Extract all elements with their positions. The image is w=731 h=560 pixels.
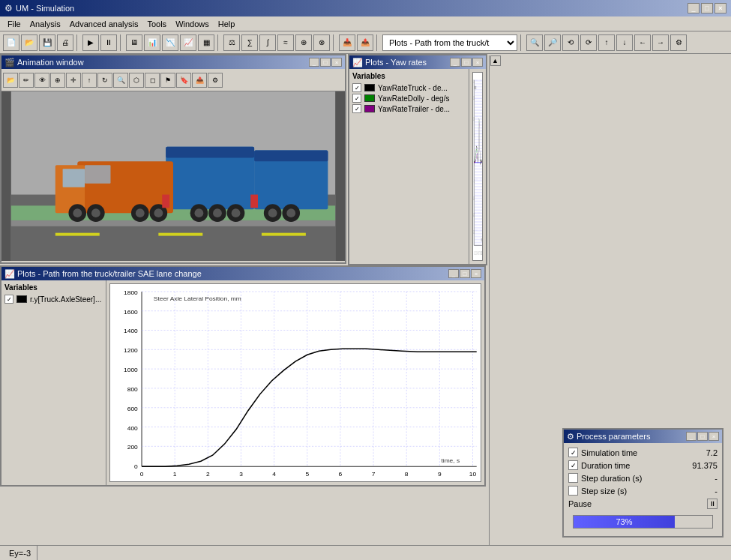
play-button[interactable]: ▶ [82, 34, 99, 51]
close-button[interactable]: × [715, 3, 727, 13]
path-var-1-checkbox[interactable]: ✓ [4, 295, 13, 304]
yaw-title: Plots - Yaw rates [365, 58, 427, 67]
svg-text:4: 4 [272, 471, 276, 478]
menu-tools[interactable]: Tools [142, 18, 171, 30]
save-button[interactable]: 💾 [39, 34, 55, 51]
yaw-minimize[interactable]: _ [450, 58, 460, 67]
svg-text:5: 5 [305, 471, 309, 478]
status-bar: Ey=-3 [0, 545, 731, 560]
yaw-var-2-checkbox[interactable]: ✓ [352, 94, 361, 103]
yaw-var-3-checkbox[interactable]: ✓ [352, 104, 361, 113]
anim-target[interactable]: ⊕ [50, 73, 65, 88]
anim-eye[interactable]: 👁 [34, 73, 49, 88]
yaw-var-1: ✓ YawRateTruck - de... [352, 83, 466, 92]
anim-settings[interactable]: ⚙ [208, 73, 223, 88]
analysis-btn-6[interactable]: ⊗ [313, 34, 330, 51]
anim-zoom[interactable]: 🔍 [113, 73, 128, 88]
menu-file[interactable]: File [3, 18, 25, 30]
anim-export[interactable]: 📤 [192, 73, 207, 88]
pp-maximize[interactable]: □ [697, 432, 708, 441]
svg-text:Yaw rate, deg/s: Yaw rate, deg/s [475, 84, 476, 90]
svg-text:7: 7 [372, 471, 376, 478]
yaw-close[interactable]: × [472, 58, 483, 67]
yaw-var-1-checkbox[interactable]: ✓ [352, 83, 361, 92]
view-btn-4[interactable]: 📈 [180, 34, 196, 51]
process-params-icon: ⚙ [567, 432, 574, 442]
pp-close[interactable]: × [709, 432, 719, 441]
open-button[interactable]: 📂 [21, 34, 37, 51]
svg-text:1600: 1600 [124, 309, 138, 316]
zoom-btn-4[interactable]: ⟳ [580, 34, 597, 51]
yaw-var-2: ✓ YawRateDolly - deg/s [352, 94, 466, 103]
menu-analysis[interactable]: Analysis [25, 18, 65, 30]
nav-btn-4[interactable]: → [652, 34, 669, 51]
menu-windows[interactable]: Windows [171, 18, 214, 30]
path-minimize[interactable]: _ [448, 269, 459, 278]
view-btn-3[interactable]: 📉 [162, 34, 178, 51]
anim-maximize[interactable]: □ [320, 58, 331, 67]
separator-4 [333, 34, 336, 51]
scroll-up[interactable]: ▲ [490, 55, 501, 66]
menu-help[interactable]: Help [214, 18, 240, 30]
analysis-btn-2[interactable]: ∑ [241, 34, 258, 51]
sim-time-checkbox[interactable]: ✓ [568, 448, 578, 457]
top-row: 🎬 Animation window _ □ × 📂 ✏ 👁 ⊕ ✛ [0, 54, 487, 265]
pause-row: Pause ⏸ [568, 499, 718, 509]
maximize-button[interactable]: □ [701, 3, 713, 13]
step-size-checkbox[interactable] [568, 486, 578, 496]
anim-3d[interactable]: ⬡ [129, 73, 144, 88]
export-btn-2[interactable]: 📤 [357, 34, 373, 51]
step-dur-checkbox[interactable] [568, 473, 578, 483]
nav-btn-1[interactable]: ↑ [598, 34, 615, 51]
nav-btn-2[interactable]: ↓ [616, 34, 633, 51]
minimize-button[interactable]: _ [688, 3, 700, 13]
pp-minimize[interactable]: _ [686, 432, 697, 441]
view-btn-5[interactable]: ▦ [198, 34, 214, 51]
nav-btn-3[interactable]: ← [634, 34, 651, 51]
anim-flag[interactable]: ⚑ [160, 73, 175, 88]
anim-cube[interactable]: ◻ [145, 73, 160, 88]
anim-up[interactable]: ↑ [82, 73, 97, 88]
zoom-btn-1[interactable]: 🔍 [526, 34, 543, 51]
menu-advanced-analysis[interactable]: Advanced analysis [65, 18, 143, 30]
svg-text:200: 200 [127, 445, 138, 451]
settings-btn[interactable]: ⚙ [670, 34, 687, 51]
anim-rotate[interactable]: ↻ [97, 73, 112, 88]
anim-move[interactable]: ✛ [66, 73, 81, 88]
anim-bookmark[interactable]: 🔖 [176, 73, 191, 88]
process-params-title-text: Process parameters [577, 432, 650, 441]
yaw-maximize[interactable]: □ [461, 58, 472, 67]
pause-btn[interactable]: ⏸ [707, 499, 718, 509]
path-maximize[interactable]: □ [460, 269, 470, 278]
path-var-1-color [16, 295, 27, 303]
print-button[interactable]: 🖨 [57, 34, 73, 51]
analysis-btn-1[interactable]: ⚖ [223, 34, 240, 51]
dur-time-checkbox[interactable]: ✓ [568, 460, 578, 470]
path-var-1-label: r.y[Truck.AxleSteer]... [30, 295, 101, 304]
animation-window-title: 🎬 Animation window _ □ × [1, 55, 345, 69]
anim-close[interactable]: × [331, 58, 342, 67]
view-btn-1[interactable]: 🖥 [126, 34, 142, 51]
plots-dropdown[interactable]: Plots - Path from the truck/t [382, 34, 517, 51]
zoom-btn-2[interactable]: 🔎 [544, 34, 561, 51]
export-btn-1[interactable]: 📥 [339, 34, 355, 51]
zoom-btn-3[interactable]: ⟲ [562, 34, 579, 51]
new-button[interactable]: 📄 [3, 34, 19, 51]
svg-text:1000: 1000 [124, 367, 138, 373]
path-close[interactable]: × [471, 269, 481, 278]
yaw-var-2-label: YawRateDolly - deg/s [378, 94, 449, 103]
anim-pen[interactable]: ✏ [19, 73, 34, 88]
anim-icon: 🎬 [4, 58, 15, 67]
animation-window: 🎬 Animation window _ □ × 📂 ✏ 👁 ⊕ ✛ [0, 54, 346, 264]
right-scrollbar[interactable]: ▲ ▼ [489, 55, 501, 559]
pause-button[interactable]: ⏸ [100, 34, 117, 51]
anim-open[interactable]: 📂 [3, 73, 18, 88]
anim-minimize[interactable]: _ [309, 58, 319, 67]
analysis-btn-4[interactable]: ≈ [277, 34, 294, 51]
analysis-btn-5[interactable]: ⊕ [295, 34, 312, 51]
analysis-btn-3[interactable]: ∫ [259, 34, 276, 51]
svg-point-22 [154, 208, 163, 217]
svg-text:1200: 1200 [124, 348, 138, 355]
anim-title: Animation window [17, 58, 84, 67]
view-btn-2[interactable]: 📊 [144, 34, 160, 51]
